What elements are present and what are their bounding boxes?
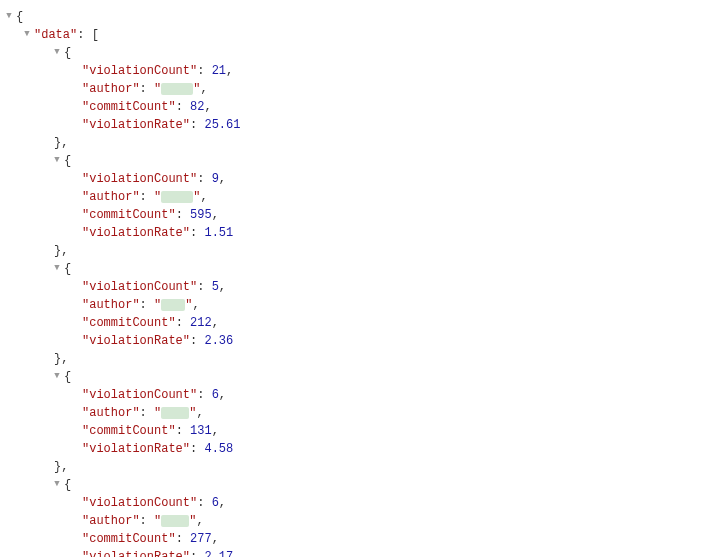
value-violationRate: 2.17 xyxy=(204,548,233,557)
value-violationCount: 6 xyxy=(212,494,219,512)
value-violationRate: 2.36 xyxy=(204,332,233,350)
key-author: "author" xyxy=(82,188,140,206)
key-violationCount: "violationCount" xyxy=(82,170,197,188)
value-commitCount: 595 xyxy=(190,206,212,224)
toggle-item-1[interactable]: ▼ xyxy=(52,154,62,168)
value-author: " xyxy=(154,512,161,530)
toggle-root[interactable]: ▼ xyxy=(4,10,14,24)
object-open-brace: { xyxy=(64,44,71,62)
value-violationRate: 4.58 xyxy=(204,440,233,458)
value-author: " xyxy=(154,404,161,422)
value-commitCount: 82 xyxy=(190,98,204,116)
key-violationCount: "violationCount" xyxy=(82,62,197,80)
key-violationRate: "violationRate" xyxy=(82,440,190,458)
toggle-item-4[interactable]: ▼ xyxy=(52,478,62,492)
key-violationRate: "violationRate" xyxy=(82,332,190,350)
value-author: " xyxy=(154,188,161,206)
key-violationRate: "violationRate" xyxy=(82,224,190,242)
redacted-author xyxy=(161,83,193,95)
object-close-brace: } xyxy=(54,242,61,260)
value-violationCount: 5 xyxy=(212,278,219,296)
value-commitCount: 277 xyxy=(190,530,212,548)
toggle-item-2[interactable]: ▼ xyxy=(52,262,62,276)
value-commitCount: 131 xyxy=(190,422,212,440)
value-violationCount: 9 xyxy=(212,170,219,188)
key-author: "author" xyxy=(82,404,140,422)
key-author: "author" xyxy=(82,80,140,98)
redacted-author xyxy=(161,299,185,311)
value-violationCount: 21 xyxy=(212,62,226,80)
object-open-brace: { xyxy=(64,368,71,386)
key-violationCount: "violationCount" xyxy=(82,494,197,512)
value-author: " xyxy=(154,296,161,314)
key-author: "author" xyxy=(82,296,140,314)
key-commitCount: "commitCount" xyxy=(82,530,176,548)
key-author: "author" xyxy=(82,512,140,530)
object-close-brace: } xyxy=(54,350,61,368)
value-violationRate: 1.51 xyxy=(204,224,233,242)
value-commitCount: 212 xyxy=(190,314,212,332)
value-author: " xyxy=(154,80,161,98)
array-open-bracket: [ xyxy=(92,26,99,44)
key-violationCount: "violationCount" xyxy=(82,278,197,296)
key-commitCount: "commitCount" xyxy=(82,98,176,116)
key-commitCount: "commitCount" xyxy=(82,422,176,440)
redacted-author xyxy=(161,191,193,203)
key-violationCount: "violationCount" xyxy=(82,386,197,404)
object-close-brace: } xyxy=(54,134,61,152)
key-violationRate: "violationRate" xyxy=(82,116,190,134)
toggle-item-3[interactable]: ▼ xyxy=(52,370,62,384)
root-open-brace: { xyxy=(16,8,23,26)
value-violationCount: 6 xyxy=(212,386,219,404)
value-violationRate: 25.61 xyxy=(204,116,240,134)
object-close-brace: } xyxy=(54,458,61,476)
object-open-brace: { xyxy=(64,260,71,278)
key-commitCount: "commitCount" xyxy=(82,314,176,332)
json-viewer: ▼{▼"data": [▼{"violationCount": 21,"auth… xyxy=(4,8,716,557)
toggle-item-0[interactable]: ▼ xyxy=(52,46,62,60)
key-commitCount: "commitCount" xyxy=(82,206,176,224)
redacted-author xyxy=(161,515,189,527)
object-open-brace: { xyxy=(64,152,71,170)
root-key: "data" xyxy=(34,26,77,44)
key-violationRate: "violationRate" xyxy=(82,548,190,557)
toggle-data-array[interactable]: ▼ xyxy=(22,28,32,42)
redacted-author xyxy=(161,407,189,419)
object-open-brace: { xyxy=(64,476,71,494)
